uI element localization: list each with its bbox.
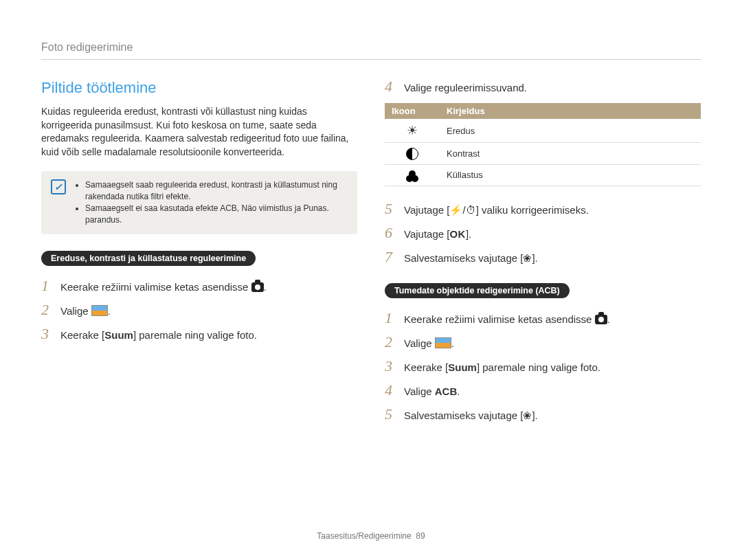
step-number: 3	[41, 326, 52, 341]
step-2: 2 Valige .	[41, 302, 357, 318]
step-7: 7 Salvestamiseks vajutage [❀].	[385, 249, 701, 265]
table-header-desc: Kirjeldus	[440, 103, 701, 119]
step-text: ] paremale ning valige foto.	[133, 329, 257, 341]
step-3: 3 Keerake [Suum] paremale ning valige fo…	[41, 326, 357, 342]
page-footer: Taasesitus/Redigeerimine 89	[0, 531, 742, 541]
right-column: 4 Valige reguleerimissuvand. Ikoon Kirje…	[385, 79, 701, 431]
step-text: ].	[466, 228, 471, 240]
zoom-label: Suum	[104, 329, 133, 341]
acb-label: ACB	[435, 385, 458, 397]
step-number: 2	[41, 302, 52, 317]
picture-icon	[435, 337, 451, 348]
step-text: Salvestamiseks vajutage [	[404, 252, 523, 264]
step-number: 4	[385, 383, 396, 398]
table-row: Kontrast	[385, 143, 701, 165]
note-box: ✓ Samaaegselt saab reguleerida eredust, …	[41, 171, 357, 234]
step-number: 5	[385, 407, 396, 422]
step-text: Valige	[404, 385, 435, 397]
step-number: 7	[385, 249, 396, 265]
table-header-icon: Ikoon	[385, 103, 440, 119]
step-number: 1	[41, 278, 52, 293]
picture-icon	[91, 305, 108, 316]
step-1: 1 Keerake režiimi valimise ketas asendis…	[41, 278, 357, 294]
intro-text: Kuidas reguleerida eredust, kontrasti võ…	[41, 105, 357, 159]
step-number: 1	[385, 311, 396, 326]
flash-icon: ⚡	[449, 203, 462, 217]
note-item: Samaaegselt ei saa kasutada efekte ACB, …	[85, 203, 348, 226]
step-4: 4 Valige reguleerimissuvand.	[385, 79, 701, 95]
step-text: Valige	[60, 305, 91, 317]
step-text: Valige	[404, 337, 435, 349]
info-icon: ✓	[51, 179, 66, 194]
step-text: ].	[532, 252, 537, 264]
step-number: 2	[385, 335, 396, 350]
step-number: 4	[385, 79, 396, 94]
table-cell: Kontrast	[440, 143, 701, 165]
acb-step-1: 1 Keerake režiimi valimise ketas asendis…	[385, 311, 701, 326]
header-breadcrumb: Foto redigeerimine	[41, 41, 701, 60]
page-number: 89	[416, 531, 425, 541]
step-text: Keerake režiimi valimise ketas asendisse	[60, 281, 251, 293]
note-item: Samaaegselt saab reguleerida eredust, ko…	[85, 179, 348, 203]
step-text: Salvestamiseks vajutage [	[404, 410, 523, 421]
step-text: ].	[532, 410, 537, 421]
subsection-pill: Ereduse, kontrasti ja küllastatuse regul…	[41, 251, 256, 266]
acb-step-2: 2 Valige .	[385, 335, 701, 350]
step-text: Valige reguleerimissuvand.	[404, 80, 527, 95]
step-text: ] paremale ning valige foto.	[477, 361, 600, 373]
step-number: 6	[385, 225, 396, 240]
step-text: Vajutage [	[404, 204, 449, 216]
table-cell: Eredus	[440, 119, 701, 143]
saturation-icon	[406, 170, 418, 181]
step-text: Vajutage [	[404, 228, 449, 240]
table-cell: Küllastus	[440, 164, 701, 186]
acb-step-5: 5 Salvestamiseks vajutage [❀].	[385, 407, 701, 423]
step-6: 6 Vajutage [OK].	[385, 225, 701, 241]
contrast-icon	[406, 148, 418, 160]
step-number: 3	[385, 359, 396, 374]
options-table: Ikoon Kirjeldus ☀ Eredus Kontrast	[385, 103, 701, 186]
step-text: ] valiku korrigeerimiseks.	[476, 204, 589, 216]
left-column: Piltide töötlemine Kuidas reguleerida er…	[41, 79, 357, 431]
subsection-pill-acb: Tumedate objektide redigeerimine (ACB)	[385, 283, 570, 298]
macro-icon: ❀	[523, 408, 532, 423]
section-title: Piltide töötlemine	[41, 79, 357, 97]
ok-icon: OK	[449, 227, 466, 241]
step-text: Keerake [	[404, 361, 448, 373]
step-number: 5	[385, 201, 396, 216]
step-5: 5 Vajutage [⚡/⏱] valiku korrigeerimiseks…	[385, 201, 701, 217]
mode-dial-icon	[251, 282, 264, 292]
macro-icon: ❀	[523, 251, 532, 265]
table-row: Küllastus	[385, 164, 701, 186]
acb-step-4: 4 Valige ACB.	[385, 383, 701, 399]
step-text: Keerake režiimi valimise ketas asendisse	[404, 313, 595, 325]
table-row: ☀ Eredus	[385, 119, 701, 143]
step-text: Keerake [	[60, 329, 104, 341]
brightness-icon: ☀	[407, 124, 418, 137]
acb-step-3: 3 Keerake [Suum] paremale ning valige fo…	[385, 359, 701, 374]
footer-section: Taasesitus/Redigeerimine	[317, 531, 411, 541]
timer-icon: ⏱	[466, 203, 476, 217]
zoom-label: Suum	[448, 361, 477, 373]
mode-dial-icon	[595, 315, 607, 324]
